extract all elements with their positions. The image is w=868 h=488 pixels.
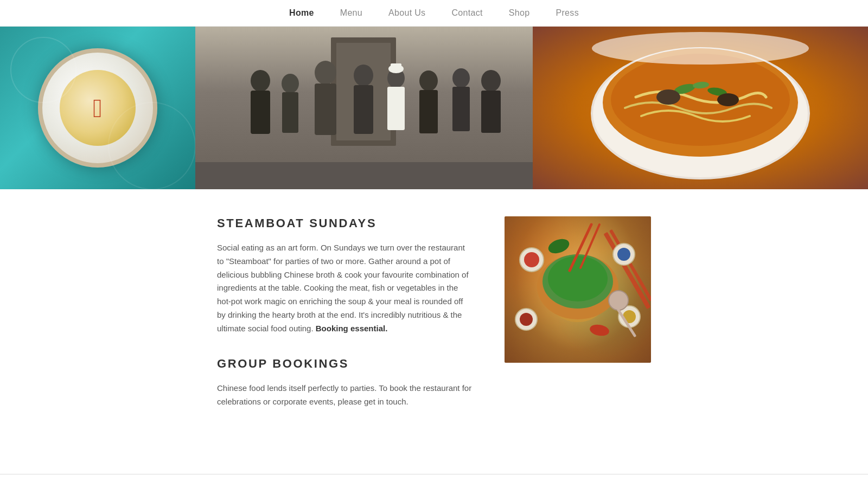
svg-rect-17 xyxy=(391,63,401,71)
nav-home[interactable]: Home xyxy=(289,8,314,18)
nav-press[interactable]: Press xyxy=(556,8,579,18)
content-text: STEAMBOAT SUNDAYS Social eating as an ar… xyxy=(217,216,472,431)
svg-point-18 xyxy=(419,70,438,91)
svg-point-12 xyxy=(354,65,373,86)
svg-point-44 xyxy=(520,313,533,326)
hero-banner:  xyxy=(0,27,868,189)
svg-point-38 xyxy=(548,256,608,301)
svg-point-33 xyxy=(717,93,739,106)
nav-about-us[interactable]: About Us xyxy=(388,8,425,18)
hero-panel-left:  xyxy=(0,27,195,189)
svg-rect-19 xyxy=(419,90,438,133)
svg-rect-15 xyxy=(387,87,405,130)
main-content: STEAMBOAT SUNDAYS Social eating as an ar… xyxy=(108,189,760,474)
svg-point-20 xyxy=(452,68,470,88)
svg-point-42 xyxy=(617,248,630,261)
nav-shop[interactable]: Shop xyxy=(509,8,530,18)
steamboat-body: Social eating as an art form. On Sundays… xyxy=(217,241,472,335)
steamboat-booking: Booking essential. xyxy=(316,324,388,333)
svg-point-10 xyxy=(315,61,336,85)
svg-point-32 xyxy=(656,89,680,105)
svg-point-1 xyxy=(108,102,195,189)
svg-rect-13 xyxy=(354,85,373,134)
svg-point-0 xyxy=(11,37,76,102)
steamboat-title: STEAMBOAT SUNDAYS xyxy=(217,216,472,230)
nav-menu[interactable]: Menu xyxy=(340,8,362,18)
svg-point-6 xyxy=(251,70,270,92)
hotpot-image xyxy=(505,216,651,363)
svg-rect-21 xyxy=(452,87,470,131)
group-bookings-body: Chinese food lends itself perfectly to p… xyxy=(217,382,472,409)
svg-point-51 xyxy=(609,291,628,310)
group-bookings-title: GROUP BOOKINGS xyxy=(217,357,472,371)
svg-rect-24 xyxy=(195,162,533,189)
svg-point-8 xyxy=(282,74,299,93)
hero-panel-center xyxy=(195,27,533,189)
main-navigation: Home Menu About Us Contact Shop Press xyxy=(0,0,868,27)
footer-social xyxy=(0,474,868,488)
svg-rect-9 xyxy=(282,92,298,133)
svg-rect-23 xyxy=(481,91,501,133)
svg-point-40 xyxy=(524,252,539,267)
hero-panel-right xyxy=(533,27,868,189)
svg-point-22 xyxy=(481,70,501,92)
svg-rect-7 xyxy=(251,91,270,134)
svg-rect-11 xyxy=(315,84,336,135)
nav-contact[interactable]: Contact xyxy=(451,8,482,18)
svg-point-34 xyxy=(592,32,809,65)
